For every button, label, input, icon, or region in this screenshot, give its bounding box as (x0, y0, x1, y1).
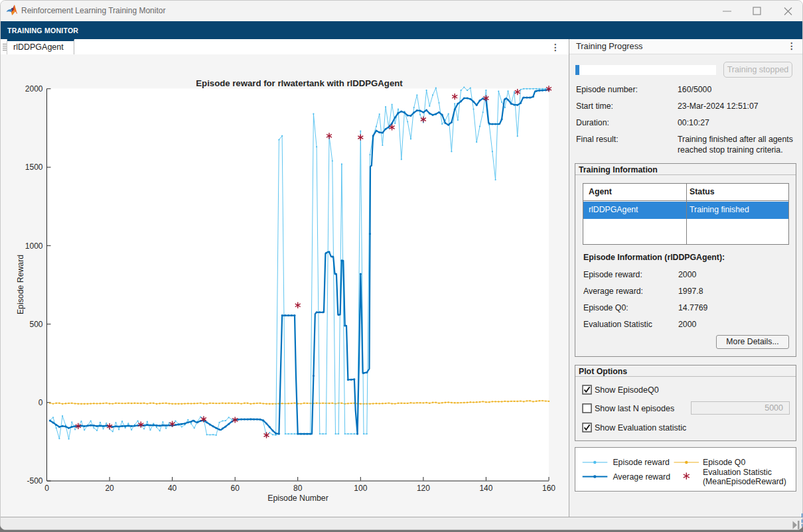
svg-text:500: 500 (29, 320, 42, 329)
svg-text:(MeanEpisodeReward): (MeanEpisodeReward) (703, 477, 786, 486)
svg-text:100: 100 (354, 484, 367, 493)
svg-text:Episode Reward: Episode Reward (16, 255, 25, 314)
svg-text:-500: -500 (27, 476, 42, 486)
svg-text:20: 20 (105, 484, 114, 493)
svg-text:Episode reward: Episode reward (613, 458, 670, 467)
svg-text:140: 140 (479, 484, 492, 493)
svg-text:1000: 1000 (25, 241, 43, 251)
svg-text:Episode reward for rlwatertank: Episode reward for rlwatertank with rlDD… (196, 78, 403, 88)
svg-text:0: 0 (44, 484, 49, 493)
svg-text:60: 60 (231, 484, 240, 493)
svg-text:80: 80 (293, 484, 303, 493)
svg-text:160: 160 (542, 484, 555, 493)
svg-text:Average reward: Average reward (613, 472, 670, 482)
svg-text:120: 120 (417, 484, 430, 493)
svg-text:Evaluation Statistic: Evaluation Statistic (703, 468, 772, 477)
svg-text:Episode Number: Episode Number (267, 494, 328, 503)
svg-text:40: 40 (168, 484, 177, 493)
svg-text:1500: 1500 (25, 163, 43, 172)
svg-text:2000: 2000 (25, 84, 43, 94)
svg-text:0: 0 (38, 398, 43, 407)
svg-text:Episode Q0: Episode Q0 (703, 458, 745, 467)
